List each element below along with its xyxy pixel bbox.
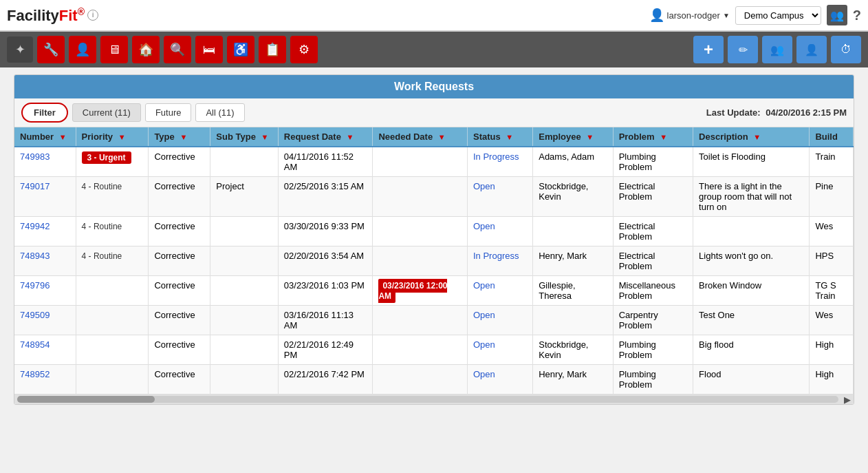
clock-button[interactable]: ⏱: [831, 36, 861, 63]
table-header-row: Number ▼ Priority ▼ Type ▼ Sub Type: [14, 127, 854, 147]
description-value: Test One: [699, 310, 735, 320]
status-link[interactable]: Open: [473, 339, 495, 350]
cell-request-date: 04/11/2016 11:52 AM: [278, 147, 373, 177]
table-row[interactable]: 748952Corrective02/21/2016 7:42 PMOpenHe…: [14, 365, 854, 395]
employee-value: Stockbridge, Kevin: [539, 181, 588, 202]
cell-needed-date: [373, 246, 468, 276]
table-row[interactable]: 7499424 - RoutineCorrective03/30/2016 9:…: [14, 217, 854, 246]
problem-filter-icon[interactable]: ▼: [660, 133, 667, 141]
priority-filter-icon[interactable]: ▼: [118, 133, 126, 141]
request-date-value: 03/23/2016 1:03 PM: [284, 280, 365, 291]
bed-button[interactable]: 🛏: [195, 36, 223, 63]
type-value: Corrective: [154, 181, 195, 191]
employee-value: Adams, Adam: [539, 151, 594, 162]
col-header-request-date[interactable]: Request Date ▼: [278, 127, 373, 147]
cell-description: Toilet is Flooding: [693, 147, 810, 177]
work-order-link[interactable]: 748952: [20, 369, 50, 379]
work-order-link[interactable]: 749983: [20, 151, 50, 162]
table-row[interactable]: 748954Corrective02/21/2016 12:49 PMOpenS…: [14, 335, 854, 365]
work-order-link[interactable]: 749942: [20, 221, 50, 231]
user-check-button[interactable]: 👤: [796, 36, 827, 63]
priority-badge-urgent: 3 - Urgent: [82, 151, 131, 164]
horizontal-scrollbar[interactable]: ▶: [14, 395, 854, 404]
status-link[interactable]: In Progress: [473, 151, 519, 162]
col-header-problem[interactable]: Problem ▼: [613, 127, 693, 147]
group-button[interactable]: 👥: [762, 36, 792, 63]
tab-future[interactable]: Future: [145, 103, 192, 122]
col-header-building[interactable]: Build: [810, 127, 854, 147]
status-link[interactable]: In Progress: [473, 251, 519, 261]
type-filter-icon[interactable]: ▼: [180, 133, 187, 141]
tab-current[interactable]: Current (11): [72, 103, 141, 122]
search-button[interactable]: 🔍: [164, 36, 191, 63]
user-menu[interactable]: 👤 larson-rodger ▼: [649, 8, 730, 23]
wrench-button[interactable]: 🔧: [37, 36, 65, 63]
number-filter-icon[interactable]: ▼: [59, 133, 67, 141]
status-link[interactable]: Open: [473, 181, 495, 191]
status-filter-icon[interactable]: ▼: [506, 133, 513, 141]
add-button[interactable]: +: [693, 36, 724, 63]
help-icon[interactable]: ?: [853, 8, 861, 23]
status-link[interactable]: Open: [473, 280, 495, 291]
desc-filter-icon[interactable]: ▼: [753, 133, 761, 141]
request-date-value: 02/20/2016 3:54 AM: [284, 251, 364, 261]
gear-button[interactable]: ⚙: [290, 36, 318, 63]
cell-request-date: 03/30/2016 9:33 PM: [278, 217, 373, 246]
logo-text: FacilityFit®: [7, 6, 85, 24]
work-order-link[interactable]: 749796: [20, 280, 50, 291]
employee-value: Henry, Mark: [539, 251, 587, 261]
scroll-right-arrow[interactable]: ▶: [841, 395, 854, 405]
col-header-employee[interactable]: Employee ▼: [533, 127, 613, 147]
building-value: High: [815, 369, 834, 379]
group-icon-btn[interactable]: 👥: [827, 5, 847, 25]
status-link[interactable]: Open: [473, 310, 495, 320]
tab-all[interactable]: All (11): [195, 103, 244, 122]
work-order-link[interactable]: 748954: [20, 339, 50, 350]
col-header-number[interactable]: Number ▼: [14, 127, 76, 147]
col-header-type[interactable]: Type ▼: [149, 127, 210, 147]
work-order-link[interactable]: 749017: [20, 181, 50, 191]
toolbar: ✦ 🔧 👤 🖥 🏠 🔍 🛏 ♿ 📋 ⚙ + ✏ 👥 👤 ⏱: [0, 32, 868, 67]
col-header-subtype[interactable]: Sub Type ▼: [210, 127, 278, 147]
cell-priority: 4 - Routine: [76, 217, 149, 246]
cell-number: 748943: [14, 246, 76, 276]
table-row[interactable]: 7490174 - RoutineCorrectiveProject02/25/…: [14, 177, 854, 217]
work-order-link[interactable]: 749509: [20, 310, 50, 320]
employee-filter-icon[interactable]: ▼: [586, 133, 594, 141]
problem-value: Plumbing Problem: [619, 151, 656, 172]
table-row[interactable]: 749509Corrective03/16/2016 11:13 AMOpenC…: [14, 306, 854, 335]
building-value: TG S Train: [815, 280, 836, 301]
col-header-priority[interactable]: Priority ▼: [76, 127, 149, 147]
info-icon[interactable]: i: [87, 10, 98, 21]
table-row[interactable]: 749796Corrective03/23/2016 1:03 PM03/23/…: [14, 276, 854, 306]
col-header-status[interactable]: Status ▼: [467, 127, 532, 147]
table-row[interactable]: 7489434 - RoutineCorrective02/20/2016 3:…: [14, 246, 854, 276]
cell-priority: [76, 276, 149, 306]
filter-button[interactable]: Filter: [21, 103, 68, 123]
problem-value: Plumbing Problem: [619, 339, 656, 360]
table-row[interactable]: 7499833 - UrgentCorrective04/11/2016 11:…: [14, 147, 854, 177]
status-link[interactable]: Open: [473, 221, 495, 231]
edit-button[interactable]: ✏: [728, 36, 758, 63]
subtype-filter-icon[interactable]: ▼: [261, 133, 269, 141]
scrollbar-thumb[interactable]: [17, 396, 155, 403]
campus-select[interactable]: Demo Campus: [735, 6, 821, 25]
cell-building: TG S Train: [810, 276, 854, 306]
last-update-label: Last Update:: [706, 107, 761, 118]
star-button[interactable]: ✦: [7, 36, 33, 63]
status-link[interactable]: Open: [473, 369, 495, 379]
needdate-filter-icon[interactable]: ▼: [438, 133, 446, 141]
cell-employee: Stockbridge, Kevin: [533, 335, 613, 365]
col-header-description[interactable]: Description ▼: [693, 127, 810, 147]
cell-problem: Plumbing Problem: [613, 365, 693, 395]
reqdate-filter-icon[interactable]: ▼: [347, 133, 354, 141]
cell-description: Test One: [693, 306, 810, 335]
person-button[interactable]: 👤: [69, 36, 96, 63]
home-button[interactable]: 🏠: [132, 36, 160, 63]
work-order-link[interactable]: 748943: [20, 251, 50, 261]
monitor-button[interactable]: 🖥: [100, 36, 128, 63]
wheelchair-button[interactable]: ♿: [227, 36, 254, 63]
col-header-needed-date[interactable]: Needed Date ▼: [373, 127, 468, 147]
table-wrapper[interactable]: Number ▼ Priority ▼ Type ▼ Sub Type: [14, 127, 854, 395]
clipboard-button[interactable]: 📋: [259, 36, 286, 63]
